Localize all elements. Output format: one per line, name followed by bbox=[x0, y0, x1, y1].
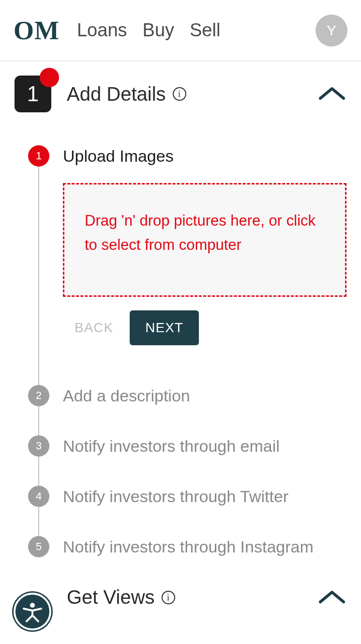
upload-dropzone[interactable]: Drag 'n' drop pictures here, or click to… bbox=[63, 183, 346, 297]
notification-dot-icon bbox=[40, 68, 59, 87]
nav-link-buy[interactable]: Buy bbox=[143, 20, 174, 41]
svg-point-0 bbox=[30, 603, 35, 608]
step-left: 2 bbox=[28, 385, 49, 435]
info-icon[interactable]: i bbox=[162, 591, 175, 604]
section-add-details[interactable]: 1 Add Details i bbox=[15, 76, 346, 112]
step-body: Notify investors through Twitter bbox=[63, 486, 346, 536]
step-title: Notify investors through Instagram bbox=[63, 536, 346, 557]
step-title: Add a description bbox=[63, 385, 346, 406]
section-title: Get Views i bbox=[67, 586, 175, 608]
step-connector bbox=[38, 406, 39, 435]
back-button[interactable]: BACK bbox=[75, 320, 113, 336]
content: 1 Add Details i 1 Upload Images Drag 'n'… bbox=[0, 61, 361, 562]
step-add-description[interactable]: 2 Add a description bbox=[28, 385, 346, 435]
avatar[interactable]: Y bbox=[316, 15, 347, 46]
header: OM Loans Buy Sell Y bbox=[0, 0, 361, 61]
nav-link-sell[interactable]: Sell bbox=[190, 20, 220, 41]
step-buttons: BACK NEXT bbox=[75, 310, 346, 345]
step-body: Upload Images Drag 'n' drop pictures her… bbox=[63, 145, 346, 385]
step-left: 4 bbox=[28, 486, 49, 536]
nav-links: Loans Buy Sell bbox=[77, 20, 220, 41]
step-title: Notify investors through Twitter bbox=[63, 486, 346, 507]
section-get-views[interactable]: Get Views i bbox=[0, 586, 361, 608]
step-notify-instagram[interactable]: 5 Notify investors through Instagram bbox=[28, 536, 346, 562]
step-body: Notify investors through Instagram bbox=[63, 536, 346, 562]
step-notify-email[interactable]: 3 Notify investors through email bbox=[28, 435, 346, 486]
step-connector bbox=[38, 457, 39, 486]
accessibility-button[interactable] bbox=[14, 593, 51, 630]
chevron-up-icon[interactable] bbox=[317, 85, 346, 103]
step-body: Notify investors through email bbox=[63, 435, 346, 486]
step-left: 3 bbox=[28, 435, 49, 486]
section-title-text: Add Details bbox=[67, 83, 166, 105]
step-connector bbox=[38, 507, 39, 536]
section-title: Add Details i bbox=[67, 83, 186, 105]
step-number-4: 4 bbox=[28, 486, 49, 507]
step-body: Add a description bbox=[63, 385, 346, 435]
nav-link-loans[interactable]: Loans bbox=[77, 20, 127, 41]
dropzone-text: Drag 'n' drop pictures here, or click to… bbox=[85, 209, 325, 257]
logo[interactable]: OM bbox=[14, 15, 60, 46]
section-title-text: Get Views bbox=[67, 586, 155, 608]
step-left: 5 bbox=[28, 536, 49, 562]
chevron-up-icon[interactable] bbox=[317, 588, 346, 607]
step-upload-images: 1 Upload Images Drag 'n' drop pictures h… bbox=[28, 145, 346, 385]
info-icon[interactable]: i bbox=[173, 87, 186, 101]
step-number-5: 5 bbox=[28, 536, 49, 557]
section-badge-1: 1 bbox=[15, 76, 51, 112]
next-button[interactable]: NEXT bbox=[130, 310, 199, 345]
step-number-1: 1 bbox=[28, 145, 49, 167]
step-number-2: 2 bbox=[28, 385, 49, 406]
step-connector bbox=[38, 167, 39, 385]
section-badge-number: 1 bbox=[27, 82, 39, 106]
accessibility-icon bbox=[22, 601, 43, 622]
step-title: Upload Images bbox=[63, 145, 346, 167]
steps: 1 Upload Images Drag 'n' drop pictures h… bbox=[28, 145, 346, 562]
step-number-3: 3 bbox=[28, 435, 49, 457]
step-title: Notify investors through email bbox=[63, 435, 346, 457]
step-left: 1 bbox=[28, 145, 49, 385]
step-notify-twitter[interactable]: 4 Notify investors through Twitter bbox=[28, 486, 346, 536]
